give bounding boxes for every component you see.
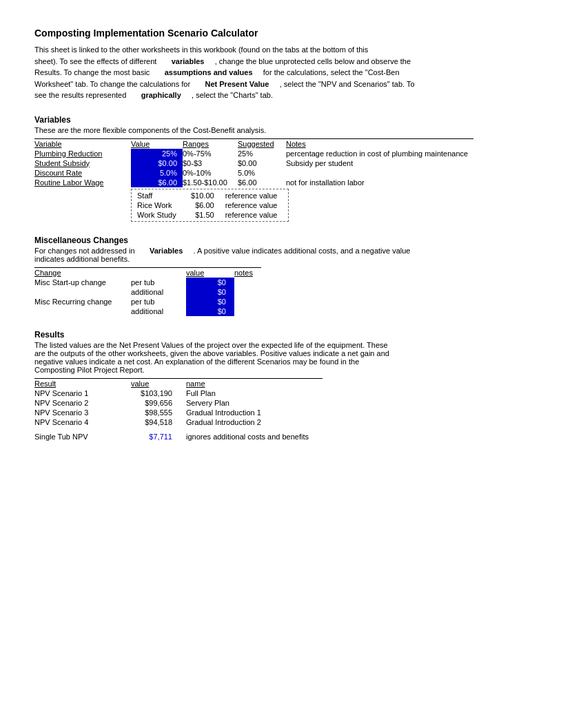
table-row: Discount Rate 5.0% 0%-10% 5.0% [34,168,473,178]
ref-note: reference value [220,210,283,220]
var-value[interactable]: $6.00 [131,178,183,187]
var-name: Plumbing Reduction [34,149,131,158]
ref-label: Work Study [137,210,185,220]
res-result: NPV Scenario 3 [34,408,131,417]
table-row: Student Subsidy $0.00 $0-$3 $0.00 Subsid… [34,158,473,168]
var-range: $1.50-$10.00 [183,178,238,187]
res-name: Servery Plan [186,398,323,408]
table-row: additional $0 [34,306,261,316]
var-notes [286,168,473,178]
ref-value: $1.50 [185,210,220,220]
res-result: NPV Scenario 2 [34,398,131,408]
variables-title: Variables [34,115,529,125]
misc-change-empty [34,287,131,297]
misc-sub1: per tub [131,297,186,306]
misc-change-name: Misc Recurring change [34,297,131,306]
misc-val1[interactable]: $0 [186,297,234,306]
res-value: $103,190 [131,388,186,398]
res-value: $99,656 [131,398,186,408]
var-range: 0%-10% [183,168,238,178]
variables-table: Variable Value Ranges Suggested Notes Pl… [34,138,473,223]
single-tub-row: Single Tub NPV $7,711 ignores additional… [34,427,323,441]
res-col-value: value [131,378,186,388]
ref-value: $6.00 [185,200,220,210]
res-result: NPV Scenario 4 [34,417,131,427]
col-notes: Notes [286,138,473,149]
misc-col-notes: notes [234,267,261,278]
results-section: Results The listed values are the Net Pr… [34,330,529,441]
ref-note: reference value [220,200,283,210]
var-notes: not for installation labor [286,178,473,187]
res-value: $94,518 [131,417,186,427]
misc-val2[interactable]: $0 [186,287,234,297]
table-row: NPV Scenario 4 $94,518 Gradual Introduct… [34,417,323,427]
col-suggested: Suggested [238,138,286,149]
misc-title: Miscellaneous Changes [34,236,529,245]
var-value[interactable]: $0.00 [131,158,183,168]
misc-sub2: additional [131,287,186,297]
res-result: NPV Scenario 1 [34,388,131,398]
ref-value: $10.00 [185,191,220,200]
res-name: Gradual Introduction 2 [186,417,323,427]
misc-col-change: Change [34,267,131,278]
single-tub-note: ignores additional costs and benefits [186,427,323,441]
results-table: Result value name NPV Scenario 1 $103,19… [34,378,323,441]
misc-notes [234,287,261,297]
misc-col-value: value [186,267,234,278]
list-item: Rice Work $6.00 reference value [137,200,283,210]
table-row: Plumbing Reduction 25% 0%-75% 25% percen… [34,149,473,158]
misc-desc: For changes not addressed in Variables .… [34,247,529,263]
ref-label: Staff [137,191,185,200]
col-ranges: Ranges [183,138,238,149]
misc-notes [234,306,261,316]
res-name: Full Plan [186,388,323,398]
var-range: $0-$3 [183,158,238,168]
var-suggested: $0.00 [238,158,286,168]
misc-section: Miscellaneous Changes For changes not ad… [34,236,529,316]
misc-val2[interactable]: $0 [186,306,234,316]
results-desc: The listed values are the Net Present Va… [34,341,529,374]
misc-val1[interactable]: $0 [186,278,234,287]
var-notes: Subsidy per student [286,158,473,168]
var-value[interactable]: 5.0% [131,168,183,178]
misc-change-name: Misc Start-up change [34,278,131,287]
variables-desc: These are the more flexible components o… [34,126,529,134]
table-row: Misc Recurring change per tub $0 [34,297,261,306]
misc-table: Change value notes Misc Start-up change … [34,267,261,316]
table-row: NPV Scenario 3 $98,555 Gradual Introduct… [34,408,323,417]
var-name: Discount Rate [34,168,131,178]
ref-label: Rice Work [137,200,185,210]
page-title: Composting Implementation Scenario Calcu… [34,28,529,39]
res-col-name: name [186,378,323,388]
ref-rows-container: Staff $10.00 reference value Rice Work $… [34,187,473,223]
col-value: Value [131,138,183,149]
variables-section: Variables These are the more flexible co… [34,115,529,223]
var-suggested: $6.00 [238,178,286,187]
ref-note: reference value [220,191,283,200]
ref-table: Staff $10.00 reference value Rice Work $… [137,191,283,220]
results-title: Results [34,330,529,340]
var-range: 0%-75% [183,149,238,158]
misc-notes [234,297,261,306]
list-item: Staff $10.00 reference value [137,191,283,200]
single-tub-value: $7,711 [131,427,186,441]
var-name: Student Subsidy [34,158,131,168]
table-row: Routine Labor Wage $6.00 $1.50-$10.00 $6… [34,178,473,187]
table-row: NPV Scenario 2 $99,656 Servery Plan [34,398,323,408]
var-suggested: 5.0% [238,168,286,178]
table-row: NPV Scenario 1 $103,190 Full Plan [34,388,323,398]
intro-text: This sheet is linked to the other worksh… [34,44,529,101]
col-variable: Variable [34,138,131,149]
var-name: Routine Labor Wage [34,178,131,187]
res-value: $98,555 [131,408,186,417]
single-tub-label: Single Tub NPV [34,427,131,441]
misc-notes [234,278,261,287]
table-row: additional $0 [34,287,261,297]
var-notes: percentage reduction in cost of plumbing… [286,149,473,158]
misc-change-empty [34,306,131,316]
misc-sub1: per tub [131,278,186,287]
table-row: Misc Start-up change per tub $0 [34,278,261,287]
var-value[interactable]: 25% [131,149,183,158]
res-name: Gradual Introduction 1 [186,408,323,417]
misc-sub2: additional [131,306,186,316]
